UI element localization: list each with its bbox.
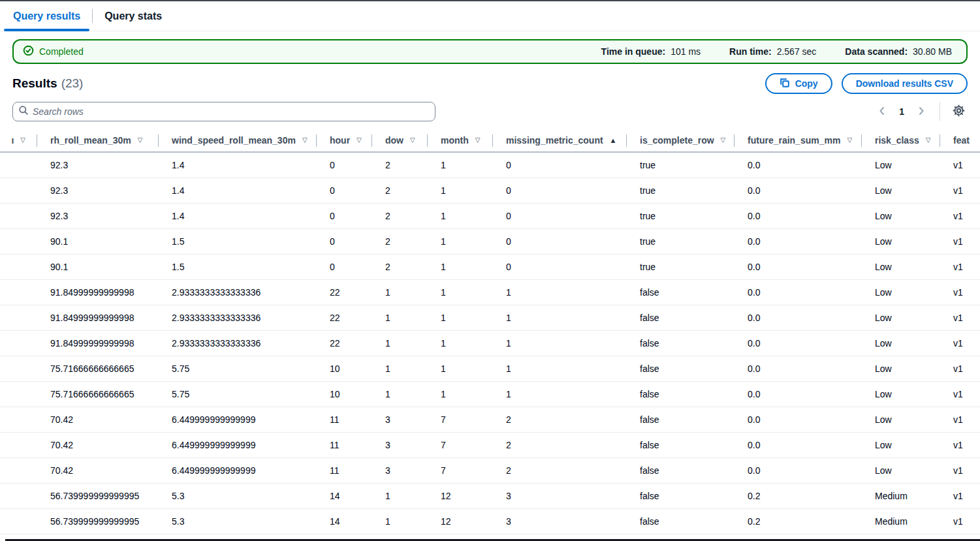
table-cell: 5.75: [159, 381, 317, 407]
table-cell: 0.2: [735, 483, 862, 508]
table-cell-truncated: [0, 305, 37, 330]
table-cell: 0: [317, 152, 372, 178]
sort-icon: ▽: [721, 137, 726, 144]
column-header-label: month: [441, 135, 469, 146]
table-cell: v1: [940, 356, 980, 381]
column-header-is_complete_row[interactable]: is_complete_row▽: [627, 129, 735, 152]
table-cell: 90.1: [37, 254, 159, 279]
table-cell: 0: [493, 203, 627, 228]
table-cell: 0: [317, 203, 372, 228]
table-cell: 1: [372, 356, 428, 381]
table-cell: 7: [428, 407, 493, 432]
results-count: (23): [61, 76, 84, 90]
metric-run-time: Run time: 2.567 sec: [729, 46, 816, 57]
table-cell: 56.739999999999995: [37, 483, 159, 508]
results-table: ı▽rh_roll_mean_30m▽wind_speed_roll_mean_…: [0, 129, 980, 541]
table-cell: v1: [940, 178, 980, 203]
table-cell: Medium: [862, 508, 940, 534]
table-cell: 0: [493, 254, 627, 279]
sort-icon: ▽: [847, 137, 852, 144]
next-page-button[interactable]: [912, 102, 930, 121]
table-cell: 22: [317, 330, 372, 356]
preferences-button[interactable]: [949, 102, 968, 121]
table-cell: false: [627, 483, 735, 508]
table-cell: true: [627, 152, 735, 178]
table-cell: 2: [372, 228, 428, 254]
column-header-risk_class[interactable]: risk_class▽: [862, 129, 940, 152]
table-row: 91.849999999999982.933333333333333622111…: [0, 330, 980, 356]
column-header-feat[interactable]: feat: [940, 129, 980, 152]
table-cell: 2: [372, 178, 428, 203]
table-cell: 1: [428, 178, 493, 203]
table-cell: Low: [862, 381, 940, 407]
metric-label: Run time:: [729, 46, 772, 57]
table-cell: 0.0: [735, 279, 862, 305]
metric-value: 30.80 MB: [913, 46, 952, 57]
column-header-dow[interactable]: dow▽: [372, 129, 428, 152]
tab-query-results-label: Query results: [13, 10, 80, 22]
table-cell: 10: [317, 381, 372, 407]
column-header-label: future_rain_sum_mm: [748, 135, 840, 146]
table-cell: v1: [940, 279, 980, 305]
prev-page-button[interactable]: [873, 102, 891, 121]
table-cell: 0.0: [735, 152, 862, 178]
tab-query-results[interactable]: Query results: [4, 1, 89, 31]
search-rows-field: [12, 102, 435, 121]
check-circle-icon: [23, 45, 34, 58]
sort-ascending-icon: ▲: [610, 137, 617, 144]
table-cell-truncated: [0, 483, 37, 508]
chevron-left-icon: [877, 106, 887, 118]
table-cell: v1: [940, 152, 980, 178]
table-cell: v1: [940, 508, 980, 534]
column-header-month[interactable]: month▽: [428, 129, 493, 152]
column-header-missing_metric_count[interactable]: missing_metric_count▲: [493, 129, 627, 152]
table-cell: 3: [372, 432, 428, 457]
table-cell: v1: [940, 432, 980, 457]
table-cell: 1: [372, 330, 428, 356]
search-input[interactable]: [33, 106, 430, 117]
table-cell: 0.0: [735, 178, 862, 203]
column-header-rh_roll_mean_30m[interactable]: rh_roll_mean_30m▽: [37, 129, 159, 152]
table-cell: true: [627, 203, 735, 228]
table-row: 56.7399999999999955.3141123false0.2Mediu…: [0, 508, 980, 534]
table-cell: 0.0: [735, 305, 862, 330]
table-cell: 1.5: [159, 254, 317, 279]
table-cell: v1: [940, 483, 980, 508]
table-row: 90.11.50210true0.0Lowv1: [0, 228, 980, 254]
copy-button[interactable]: Copy: [765, 73, 832, 94]
table-row: 91.849999999999982.933333333333333622111…: [0, 305, 980, 330]
table-cell: false: [627, 457, 735, 483]
table-cell-truncated: [0, 356, 37, 381]
table-row: 70.426.44999999999999911372false0.0Lowv1: [0, 407, 980, 432]
table-cell: 1: [428, 305, 493, 330]
table-cell: v1: [940, 254, 980, 279]
column-header-label: feat: [953, 135, 970, 146]
metric-label: Time in queue:: [601, 46, 666, 57]
table-cell: false: [627, 279, 735, 305]
table-cell: 91.84999999999998: [37, 279, 159, 305]
table-cell: Low: [862, 305, 940, 330]
table-cell: 1: [428, 279, 493, 305]
tab-query-stats[interactable]: Query stats: [95, 1, 171, 31]
table-cell: 91.84999999999998: [37, 330, 159, 356]
column-header-label: dow: [385, 135, 403, 146]
column-header-truncated[interactable]: ı▽: [0, 129, 37, 152]
table-cell: 14: [317, 508, 372, 534]
table-cell: 1.4: [159, 178, 317, 203]
column-header-label: rh_roll_mean_30m: [50, 135, 131, 146]
page-number[interactable]: 1: [894, 106, 909, 117]
column-header-future_rain_sum_mm[interactable]: future_rain_sum_mm▽: [735, 129, 862, 152]
table-row: 91.849999999999982.933333333333333622111…: [0, 279, 980, 305]
chevron-right-icon: [916, 106, 926, 118]
table-cell: 5.3: [159, 508, 317, 534]
table-cell: true: [627, 254, 735, 279]
sort-icon: ▽: [20, 137, 25, 144]
table-cell: 2: [493, 407, 627, 432]
download-csv-button[interactable]: Download results CSV: [842, 73, 968, 94]
column-header-wind_speed_roll_mean_30m[interactable]: wind_speed_roll_mean_30m▽: [159, 129, 317, 152]
table-cell: Low: [862, 203, 940, 228]
table-header-row: ı▽rh_roll_mean_30m▽wind_speed_roll_mean_…: [0, 129, 980, 152]
column-header-hour[interactable]: hour▽: [317, 129, 372, 152]
table-row: 70.426.44999999999999911372false0.0Lowv1: [0, 432, 980, 457]
column-header-label: missing_metric_count: [506, 135, 603, 146]
